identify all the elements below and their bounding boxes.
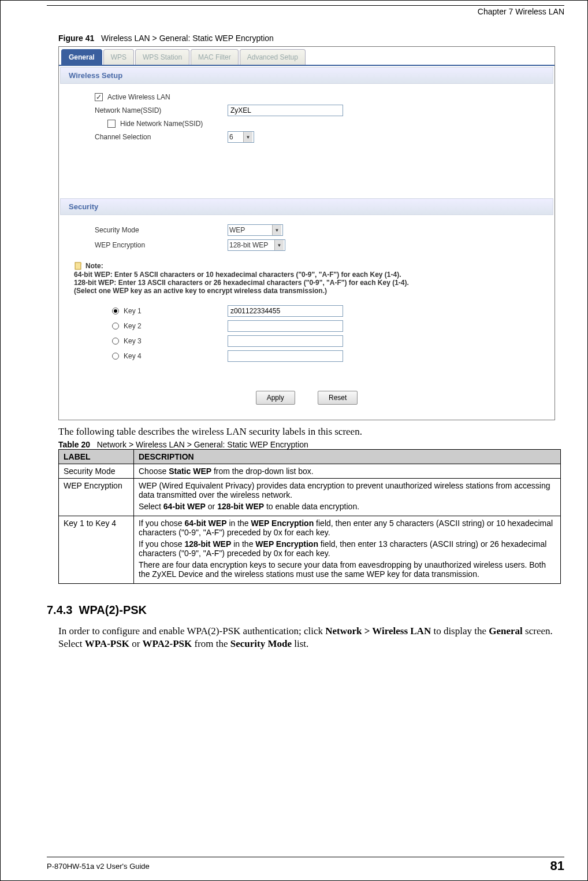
channel-label: Channel Selection [95, 133, 228, 141]
header-rule [47, 5, 564, 6]
wep-encryption-select[interactable]: 128-bit WEP ▼ [228, 239, 285, 251]
footer-guide: P-870HW-51a v2 User's Guide [47, 862, 150, 871]
figure-caption-text: Wireless LAN > General: Static WEP Encry… [101, 34, 274, 43]
hide-ssid-label: Hide Network Name(SSID) [120, 120, 203, 128]
row1-label: WEP Encryption [59, 479, 134, 516]
wep-note: Note: 64-bit WEP: Enter 5 ASCII characte… [60, 257, 553, 298]
key3-radio[interactable] [112, 338, 119, 345]
page-footer: P-870HW-51a v2 User's Guide 81 [47, 857, 564, 873]
note-icon [74, 261, 83, 271]
note-line-3: (Select one WEP key as an active key to … [74, 287, 539, 295]
post-figure-text: The following table describes the wirele… [58, 426, 564, 438]
tab-mac-filter[interactable]: MAC Filter [191, 49, 239, 65]
table-caption: Table 20 Network > Wireless LAN > Genera… [58, 440, 564, 449]
subsection-body: In order to configure and enable WPA(2)-… [58, 625, 553, 650]
key1-radio[interactable] [112, 308, 119, 314]
key1-input[interactable] [228, 305, 343, 317]
key4-label: Key 4 [124, 352, 228, 360]
security-mode-label: Security Mode [95, 226, 228, 234]
chapter-header: Chapter 7 Wireless LAN [47, 7, 564, 16]
active-wireless-label: Active Wireless LAN [107, 93, 170, 101]
note-label: Note: [85, 262, 103, 270]
row2-label: Key 1 to Key 4 [59, 516, 134, 584]
key2-input[interactable] [228, 320, 343, 332]
th-label: LABEL [59, 450, 134, 464]
row0-desc: Choose Static WEP from the drop-down lis… [134, 464, 561, 479]
svg-rect-0 [75, 262, 81, 269]
row0-label: Security Mode [59, 464, 134, 479]
tab-wps-station[interactable]: WPS Station [135, 49, 189, 65]
row2-desc: If you chose 64-bit WEP in the WEP Encry… [134, 516, 561, 584]
key1-label: Key 1 [124, 307, 228, 315]
chevron-down-icon: ▼ [243, 132, 252, 142]
tab-wps[interactable]: WPS [103, 49, 134, 65]
note-line-1: 64-bit WEP: Enter 5 ASCII characters or … [74, 271, 539, 279]
ssid-label: Network Name(SSID) [95, 106, 228, 114]
key4-radio[interactable] [112, 353, 119, 360]
subsection-title: WPA(2)-PSK [79, 604, 147, 616]
key3-input[interactable] [228, 335, 343, 347]
key3-label: Key 3 [124, 337, 228, 345]
tab-bar: General WPS WPS Station MAC Filter Advan… [59, 47, 554, 65]
table-row: Security Mode Choose Static WEP from the… [59, 464, 561, 479]
reset-button[interactable]: Reset [318, 391, 358, 405]
chevron-down-icon: ▼ [272, 225, 281, 235]
table-caption-label: Table 20 [58, 440, 90, 449]
wep-encryption-label: WEP Encryption [95, 241, 228, 249]
key2-label: Key 2 [124, 322, 228, 330]
note-line-2: 128-bit WEP: Enter 13 ASCII characters o… [74, 279, 539, 287]
table-caption-text: Network > Wireless LAN > General: Static… [97, 440, 308, 449]
ssid-input[interactable] [228, 105, 343, 116]
wep-encryption-value: 128-bit WEP [229, 241, 272, 249]
security-mode-select[interactable]: WEP ▼ [228, 224, 283, 236]
row1-desc: WEP (Wired Equivalent Privacy) provides … [134, 479, 561, 516]
table-row: Key 1 to Key 4 If you chose 64-bit WEP i… [59, 516, 561, 584]
wireless-setup-header: Wireless Setup [60, 67, 553, 84]
screenshot-figure: General WPS WPS Station MAC Filter Advan… [58, 46, 555, 420]
th-description: DESCRIPTION [134, 450, 561, 464]
hide-ssid-checkbox[interactable] [107, 120, 116, 128]
channel-select[interactable]: 6 ▼ [228, 131, 254, 143]
subsection-heading: 7.4.3 WPA(2)-PSK [47, 604, 564, 617]
tab-advanced-setup[interactable]: Advanced Setup [240, 49, 306, 65]
table-row: WEP Encryption WEP (Wired Equivalent Pri… [59, 479, 561, 516]
footer-page-number: 81 [550, 858, 564, 873]
figure-caption: Figure 41 Wireless LAN > General: Static… [58, 34, 564, 43]
security-mode-value: WEP [229, 226, 270, 234]
chevron-down-icon: ▼ [274, 240, 284, 250]
subsection-number: 7.4.3 [47, 604, 72, 616]
tab-general[interactable]: General [61, 49, 102, 65]
active-wireless-checkbox[interactable]: ✓ [95, 93, 103, 101]
description-table: LABEL DESCRIPTION Security Mode Choose S… [58, 449, 561, 584]
channel-value: 6 [229, 133, 241, 141]
figure-label: Figure 41 [58, 34, 94, 43]
apply-button[interactable]: Apply [256, 391, 295, 405]
key2-radio[interactable] [112, 323, 119, 330]
security-header: Security [60, 198, 553, 215]
key4-input[interactable] [228, 350, 343, 362]
